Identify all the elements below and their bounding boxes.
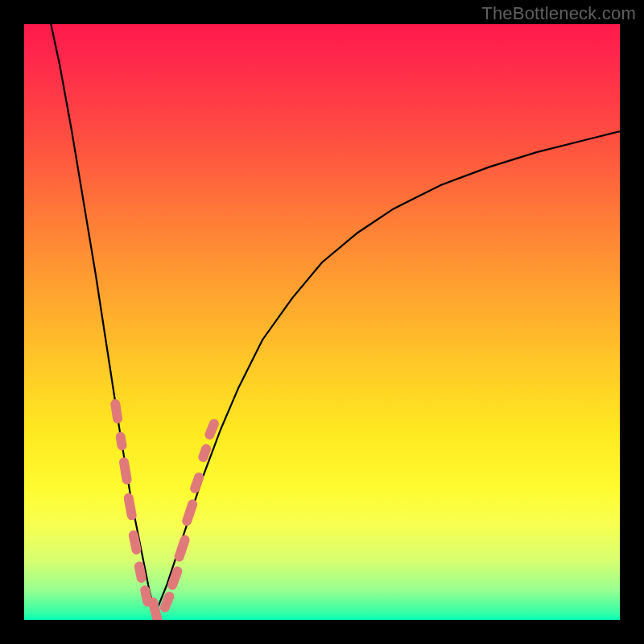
chart-svg <box>24 24 620 620</box>
marker-segment <box>139 567 142 578</box>
marker-group <box>115 404 214 620</box>
watermark-text: TheBottleneck.com <box>481 3 636 24</box>
marker-segment <box>129 498 132 516</box>
marker-segment <box>153 602 157 619</box>
outer-frame: TheBottleneck.com <box>0 0 644 644</box>
marker-segment <box>209 423 213 435</box>
curve-right-branch <box>155 131 620 613</box>
marker-segment <box>124 462 127 480</box>
marker-segment <box>121 437 122 446</box>
marker-segment <box>145 590 147 601</box>
marker-segment <box>115 404 118 419</box>
plot-area <box>24 24 620 620</box>
marker-segment <box>195 477 199 489</box>
marker-segment <box>203 449 206 457</box>
curve-left-branch <box>51 24 155 614</box>
marker-segment <box>165 597 169 608</box>
marker-segment <box>134 535 137 550</box>
marker-segment <box>172 572 177 585</box>
marker-segment <box>187 504 192 521</box>
marker-segment <box>180 540 185 557</box>
